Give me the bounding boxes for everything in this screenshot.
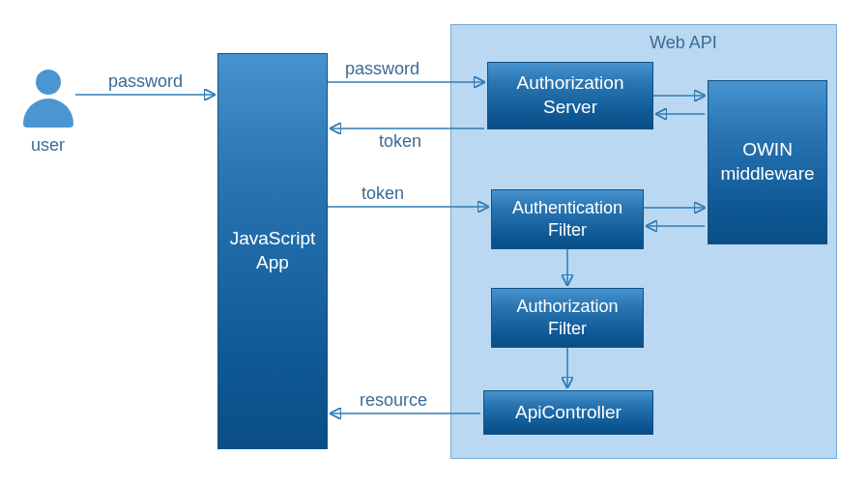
edge-as-to-app-token: token (379, 131, 421, 152)
diagram-canvas: Web API user JavaScript App Authorizatio… (0, 0, 868, 484)
edge-app-to-authn-token: token (362, 184, 404, 204)
edge-app-to-as-password: password (345, 59, 420, 79)
edge-api-to-app-resource: resource (360, 390, 427, 411)
edge-user-to-app: password (108, 71, 183, 92)
